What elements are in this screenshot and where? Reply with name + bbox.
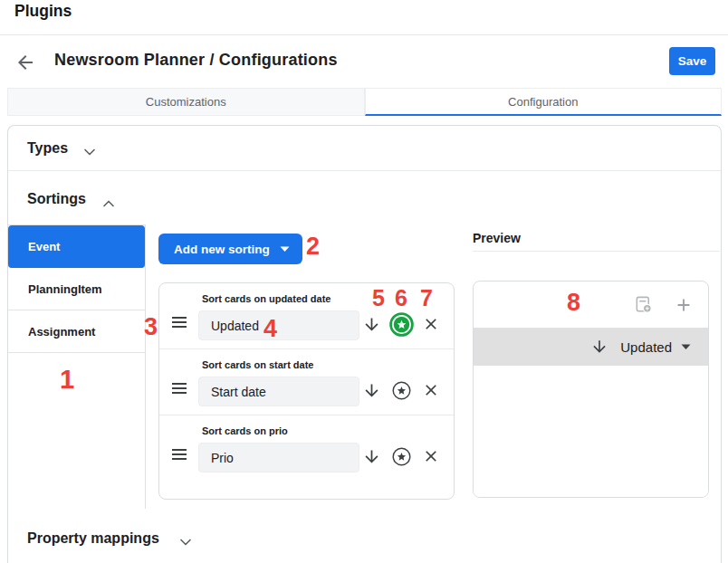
sorting-row-startdate: Sort cards on start date [159, 348, 454, 415]
card-settings-button[interactable] [631, 293, 655, 317]
preview-card-body [474, 366, 708, 497]
sidebar-item-planningitem[interactable]: PlanningItem [8, 268, 145, 310]
sort-caret-icon[interactable] [681, 344, 691, 350]
sort-direction-button[interactable] [359, 378, 383, 402]
annotation-4: 4 [263, 317, 277, 341]
remove-sorting-button[interactable] [419, 444, 443, 468]
sortings-list: Sort cards on updated date [158, 282, 455, 500]
add-new-sorting-button[interactable]: Add new sorting [158, 234, 302, 264]
tab-customizations[interactable]: Customizations [7, 88, 365, 116]
sorting-label: Sort cards on prio [202, 425, 359, 436]
sorting-row-prio: Sort cards on prio [159, 415, 454, 481]
divider [8, 170, 721, 171]
close-icon [422, 315, 440, 333]
page-title: Plugins [14, 2, 72, 21]
drag-handle-icon[interactable] [168, 444, 190, 465]
save-button[interactable]: Save [669, 47, 715, 75]
sorting-actions [359, 378, 443, 402]
sorting-name-input[interactable] [198, 443, 359, 472]
star-circle-active-icon [388, 311, 415, 338]
annotation-6: 6 [395, 287, 407, 310]
preview-title: Preview [473, 231, 521, 245]
annotation-5: 5 [372, 287, 385, 310]
section-types-label[interactable]: Types [27, 140, 68, 157]
drag-handle-icon[interactable] [168, 311, 190, 333]
sorting-field: Sort cards on updated date [198, 293, 359, 340]
chevron-up-icon[interactable] [101, 196, 116, 211]
sorting-label: Sort cards on start date [202, 359, 359, 370]
divider [0, 34, 728, 35]
remove-sorting-button[interactable] [419, 378, 443, 402]
sorting-row-updated: Sort cards on updated date [159, 283, 454, 348]
entity-sidebar: Event PlanningItem Assignment [8, 224, 146, 509]
preview-card: Updated [473, 281, 709, 498]
plus-icon [674, 295, 694, 315]
arrow-down-icon [362, 447, 381, 466]
default-sorting-toggle[interactable] [389, 378, 413, 402]
dropdown-caret-icon [280, 246, 290, 253]
config-page-title: Newsroom Planner / Configurations [54, 51, 338, 70]
annotation-1: 1 [60, 367, 74, 393]
sorting-name-input[interactable] [198, 310, 359, 340]
default-sorting-toggle[interactable] [389, 312, 413, 336]
annotation-2: 2 [306, 234, 320, 259]
preview-toolbar [474, 282, 708, 328]
sorting-label: Sort cards on updated date [202, 293, 359, 304]
sidebar-item-event[interactable]: Event [8, 225, 145, 268]
default-sorting-toggle[interactable] [389, 444, 413, 468]
back-arrow-icon [14, 52, 36, 73]
divider [473, 251, 720, 252]
sorting-actions [359, 312, 443, 336]
add-card-button[interactable] [672, 293, 695, 317]
plugin-config-page: Plugins Newsroom Planner / Configuration… [0, 0, 728, 563]
sort-direction-button[interactable] [359, 312, 383, 336]
chevron-down-icon[interactable] [178, 535, 193, 549]
section-sortings-label[interactable]: Sortings [27, 191, 86, 207]
sorting-name-input[interactable] [198, 377, 359, 406]
arrow-down-icon [362, 381, 381, 400]
card-add-icon [634, 295, 653, 314]
chevron-down-icon[interactable] [82, 145, 97, 159]
sort-direction-button[interactable] [359, 444, 383, 468]
preview-sort-bar: Updated [474, 328, 708, 366]
star-circle-icon [391, 380, 412, 401]
close-icon [422, 447, 440, 465]
preview-sort-field[interactable]: Updated [620, 339, 672, 355]
drag-handle-icon[interactable] [168, 377, 190, 399]
annotation-7: 7 [420, 287, 433, 310]
tab-bar: Customizations Configuration [7, 88, 722, 116]
tab-configuration[interactable]: Configuration [365, 88, 723, 116]
sidebar-item-assignment[interactable]: Assignment [8, 310, 145, 353]
annotation-3: 3 [144, 315, 158, 339]
sorting-actions [359, 444, 443, 468]
sorting-field: Sort cards on start date [198, 359, 359, 406]
star-circle-icon [391, 446, 412, 467]
arrow-down-icon [362, 315, 381, 334]
close-icon [422, 381, 440, 399]
add-new-sorting-label: Add new sorting [174, 243, 270, 256]
section-property-mappings-label[interactable]: Property mappings [27, 530, 159, 547]
remove-sorting-button[interactable] [419, 312, 443, 336]
sort-arrow-down-icon[interactable] [590, 338, 608, 356]
sorting-field: Sort cards on prio [198, 425, 359, 472]
back-button[interactable] [12, 49, 39, 76]
annotation-8: 8 [567, 291, 580, 315]
